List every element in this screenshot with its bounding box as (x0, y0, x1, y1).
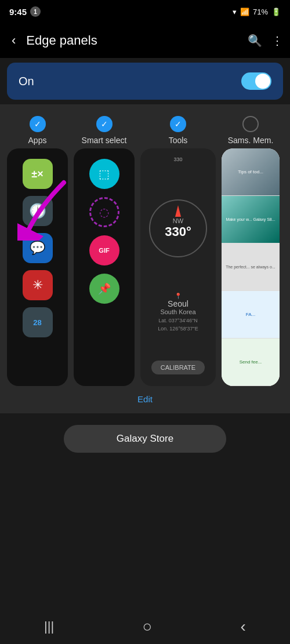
samsung-memory-label: Sams. Mem. (228, 136, 274, 145)
smart-select-label: Smart select (82, 136, 127, 145)
location-info: 📍 Seoul South Korea Lat. 037°34'46"N Lon… (158, 293, 198, 332)
tools-checkbox[interactable]: ✓ (170, 116, 186, 132)
smart-icon-gif: GIF (89, 235, 119, 265)
compass-degrees: 330° (165, 224, 191, 239)
galaxy-store-button[interactable]: Galaxy Store (64, 425, 226, 453)
apps-panel-preview: ±× 🕐 💬 ✳ 28 (7, 148, 68, 386)
apps-checkbox[interactable]: ✓ (30, 116, 46, 132)
smart-icon-pin: 📌 (89, 274, 119, 304)
panels-section: ✓ Apps ±× 🕐 💬 ✳ 28 (0, 104, 290, 413)
header-actions: 🔍 ⋮ (248, 34, 283, 48)
recent-apps-button[interactable]: ||| (44, 619, 54, 634)
status-left: 9:45 1 (9, 6, 41, 17)
back-button[interactable]: ‹ (7, 31, 20, 50)
nav-bar: ||| ○ ‹ (0, 609, 290, 644)
toggle-label: On (19, 75, 34, 88)
compass-needle (175, 205, 181, 217)
home-button[interactable]: ○ (142, 617, 152, 636)
smart-icon-circle: ◌ (89, 197, 119, 227)
page-title: Edge panels (26, 33, 242, 48)
samsung-memory-panel-preview: Tips of tod... Make your w... Galaxy S8.… (222, 148, 280, 386)
more-options-button[interactable]: ⋮ (271, 34, 283, 48)
compass-readout: NW 330° (165, 217, 191, 239)
toggle-knob (255, 74, 270, 89)
panels-row: ✓ Apps ±× 🕐 💬 ✳ 28 (7, 116, 283, 386)
apps-label: Apps (28, 136, 47, 145)
status-bar: 9:45 1 ▾ 📶 71% 🔋 (0, 0, 290, 23)
notification-badge: 1 (30, 6, 41, 17)
lon-coords: Lon. 126°58'37"E (158, 326, 198, 332)
samsung-memory-checkbox[interactable] (242, 116, 259, 132)
tools-panel-preview: 330 NW 330° 📍 Seoul South Korea Lat. 037… (140, 148, 216, 386)
smart-icon-rect: ⬚ (89, 159, 119, 189)
app-icon-calculator: ±× (23, 159, 53, 189)
signal-icon: 📶 (240, 8, 249, 16)
edit-link[interactable]: Edit (7, 394, 283, 404)
compass-ticks-label: 330 (173, 157, 182, 162)
app-icon-calendar: 28 (23, 307, 53, 337)
mem-item-5: Send fee... (222, 339, 280, 386)
battery-display: 71% (253, 8, 268, 16)
status-right: ▾ 📶 71% 🔋 (233, 8, 281, 16)
compass-circle: NW 330° (149, 199, 207, 257)
mem-item-1: Tips of tod... (222, 148, 280, 196)
app-icon-messages: 💬 (23, 233, 53, 263)
panel-item-smart-select[interactable]: ✓ Smart select ⬚ ◌ GIF 📌 (74, 116, 135, 386)
search-button[interactable]: 🔍 (248, 34, 262, 48)
wifi-icon: ▾ (233, 8, 237, 16)
time-display: 9:45 (9, 7, 27, 17)
mem-item-3: The perfect... se always o... (222, 243, 280, 291)
battery-icon: 🔋 (271, 8, 281, 16)
panel-item-apps[interactable]: ✓ Apps ±× 🕐 💬 ✳ 28 (7, 116, 68, 386)
page-header: ‹ Edge panels 🔍 ⋮ (0, 23, 290, 58)
tools-label: Tools (169, 136, 188, 145)
mem-item-2: Make your w... Galaxy S8... (222, 196, 280, 243)
lat-coords: Lat. 037°34'46"N (158, 318, 198, 323)
city-name: Seoul (158, 299, 198, 308)
app-icon-starred: ✳ (23, 270, 53, 300)
country-name: South Korea (158, 308, 198, 315)
toggle-row[interactable]: On (7, 63, 283, 100)
smart-select-panel-preview: ⬚ ◌ GIF 📌 (74, 148, 135, 386)
compass-direction: NW (165, 217, 191, 224)
panel-item-tools[interactable]: ✓ Tools 330 NW 330° 📍 Seoul South Korea (140, 116, 216, 386)
panel-item-samsung-memory[interactable]: Sams. Mem. Tips of tod... Make your w...… (222, 116, 280, 386)
smart-select-checkbox[interactable]: ✓ (96, 116, 113, 132)
app-icon-clock: 🕐 (23, 196, 53, 226)
mem-item-4: FA... (222, 291, 280, 339)
back-nav-button[interactable]: ‹ (241, 617, 246, 636)
calibrate-button[interactable]: CALIBRATE (151, 361, 205, 374)
on-off-toggle[interactable] (241, 72, 271, 90)
